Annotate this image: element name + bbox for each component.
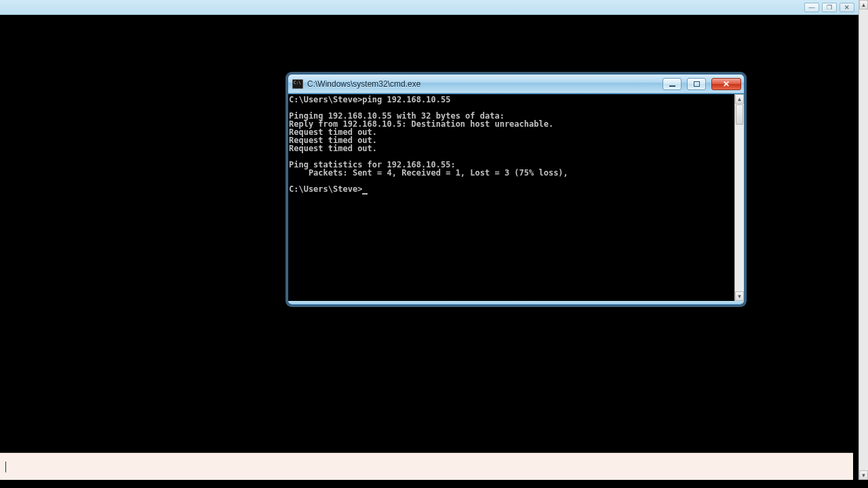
scroll-down-icon[interactable]: ▼: [735, 291, 744, 301]
text-caret-icon: [5, 462, 6, 472]
viewer-status-bar: [0, 453, 853, 480]
scroll-down-icon[interactable]: ▼: [859, 470, 868, 480]
cmd-app-icon: [292, 79, 303, 89]
viewer-close-button[interactable]: ✕: [840, 3, 854, 12]
cmd-window-title: C:\Windows\system32\cmd.exe: [307, 79, 657, 89]
cursor-icon: [362, 193, 368, 195]
cmd-minimize-button[interactable]: [663, 78, 682, 90]
cmd-window: C:\Windows\system32\cmd.exe ✕ C:\Users\S…: [288, 74, 745, 305]
cmd-client-area: C:\Users\Steve>ping 192.168.10.55 Pingin…: [288, 94, 744, 301]
viewer-maximize-button[interactable]: ❐: [822, 3, 837, 12]
console-line: Packets: Sent = 4, Received = 1, Lost = …: [289, 168, 568, 178]
cmd-maximize-button[interactable]: [687, 78, 706, 90]
scrollbar-thumb[interactable]: [736, 104, 743, 125]
viewer-titlebar: — ❐ ✕: [0, 0, 859, 15]
scroll-up-icon[interactable]: ▲: [859, 0, 868, 9]
scrollbar-track[interactable]: [735, 104, 744, 291]
console-prompt: C:\Users\Steve>: [289, 184, 362, 194]
cmd-vertical-scrollbar[interactable]: ▲ ▼: [734, 94, 744, 301]
scroll-up-icon[interactable]: ▲: [735, 94, 744, 104]
console-line: C:\Users\Steve>ping 192.168.10.55: [289, 95, 450, 104]
console-line: Request timed out.: [289, 144, 377, 153]
remote-desktop-area: C:\Windows\system32\cmd.exe ✕ C:\Users\S…: [0, 15, 859, 454]
viewer-vertical-scrollbar[interactable]: ▲ ▼: [859, 0, 868, 480]
cmd-window-border-bottom: [288, 301, 744, 304]
cmd-titlebar[interactable]: C:\Windows\system32\cmd.exe ✕: [288, 75, 744, 94]
viewer-minimize-button[interactable]: —: [804, 3, 819, 12]
cmd-console[interactable]: C:\Users\Steve>ping 192.168.10.55 Pingin…: [288, 94, 734, 301]
cmd-close-button[interactable]: ✕: [711, 78, 741, 90]
